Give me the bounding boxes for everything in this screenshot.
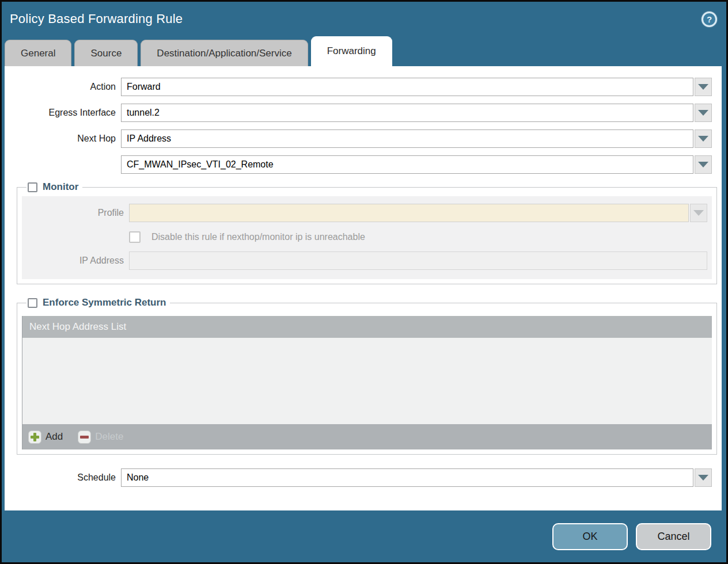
next-hop-label: Next Hop	[5, 134, 121, 144]
next-hop-address-dropdown-button[interactable]	[695, 155, 712, 174]
egress-interface-value[interactable]: tunnel.2	[121, 104, 693, 122]
delete-button: Delete	[78, 430, 123, 444]
egress-interface-label: Egress Interface	[5, 108, 121, 118]
monitor-ip-address-input	[129, 251, 707, 270]
titlebar: Policy Based Forwarding Rule ?	[2, 2, 726, 36]
enforce-symmetric-return-checkbox[interactable]	[28, 298, 37, 308]
enforce-symmetric-return-legend-label: Enforce Symmetric Return	[43, 297, 166, 308]
profile-label: Profile	[22, 208, 129, 218]
next-hop-address-row: CF_MWAN_IPsec_VTI_02_Remote	[5, 155, 722, 174]
egress-interface-dropdown[interactable]: tunnel.2	[121, 104, 712, 122]
next-hop-row: Next Hop IP Address	[5, 129, 722, 148]
egress-interface-row: Egress Interface tunnel.2	[5, 104, 722, 122]
help-icon[interactable]: ?	[702, 12, 717, 27]
chevron-down-icon	[698, 475, 708, 481]
action-value[interactable]: Forward	[121, 78, 693, 96]
schedule-dropdown-button[interactable]	[695, 468, 712, 487]
enforce-symmetric-return-legend: Enforce Symmetric Return	[26, 297, 170, 308]
egress-interface-dropdown-button[interactable]	[695, 104, 712, 122]
action-label: Action	[5, 82, 121, 92]
tab-source[interactable]: Source	[74, 40, 138, 66]
schedule-label: Schedule	[5, 472, 121, 483]
enforce-symmetric-return-fieldset: Enforce Symmetric Return Next Hop Addres…	[17, 297, 717, 455]
next-hop-address-list-body[interactable]	[22, 338, 712, 424]
profile-row: Profile	[22, 204, 712, 222]
chevron-down-icon	[698, 162, 708, 167]
next-hop-address-value[interactable]: CF_MWAN_IPsec_VTI_02_Remote	[121, 155, 693, 174]
action-dropdown-button[interactable]	[695, 78, 712, 96]
next-hop-type-dropdown-button[interactable]	[695, 129, 712, 148]
tab-general[interactable]: General	[5, 40, 71, 66]
profile-dropdown	[129, 204, 707, 222]
monitor-legend-label: Monitor	[43, 181, 78, 193]
profile-dropdown-button	[690, 204, 707, 222]
dialog-title: Policy Based Forwarding Rule	[10, 12, 183, 26]
dialog-footer: OK Cancel	[2, 510, 726, 562]
chevron-down-icon	[698, 110, 708, 116]
disable-rule-checkbox	[129, 231, 141, 243]
tab-destination-application-service[interactable]: Destination/Application/Service	[141, 40, 308, 66]
plus-icon	[28, 430, 41, 444]
action-dropdown[interactable]: Forward	[121, 78, 712, 96]
cancel-button[interactable]: Cancel	[636, 523, 711, 550]
forwarding-tab-panel: Action Forward Egress Interface tunnel.2…	[5, 66, 722, 510]
monitor-fieldset: Monitor Profile Disable this rule if nex…	[17, 181, 717, 284]
profile-value	[129, 204, 689, 222]
next-hop-address-list-header: Next Hop Address List	[22, 316, 712, 338]
next-hop-type-value[interactable]: IP Address	[121, 129, 693, 148]
chevron-down-icon	[693, 210, 704, 216]
monitor-ip-address-row: IP Address	[22, 251, 712, 270]
next-hop-address-list-header-label: Next Hop Address List	[29, 321, 126, 333]
next-hop-address-dropdown[interactable]: CF_MWAN_IPsec_VTI_02_Remote	[121, 155, 712, 174]
action-row: Action Forward	[5, 78, 722, 96]
next-hop-address-list-table: Next Hop Address List Add Delete	[22, 316, 712, 449]
schedule-row: Schedule None	[5, 468, 722, 487]
disable-rule-row: Disable this rule if nexthop/monitor ip …	[129, 229, 712, 245]
chevron-down-icon	[698, 84, 708, 90]
add-button-label: Add	[46, 431, 63, 443]
monitor-checkbox[interactable]	[28, 182, 37, 192]
tab-forwarding[interactable]: Forwarding	[311, 36, 392, 66]
monitor-ip-address-label: IP Address	[22, 256, 129, 266]
tab-bar: General Source Destination/Application/S…	[2, 36, 726, 66]
monitor-panel: Profile Disable this rule if nexthop/mon…	[22, 196, 712, 279]
monitor-legend: Monitor	[26, 181, 82, 193]
delete-button-label: Delete	[95, 431, 123, 443]
schedule-dropdown[interactable]: None	[121, 468, 712, 487]
ok-button[interactable]: OK	[552, 523, 628, 550]
schedule-value[interactable]: None	[121, 468, 693, 487]
add-button[interactable]: Add	[28, 430, 63, 444]
disable-rule-label: Disable this rule if nexthop/monitor ip …	[151, 232, 365, 242]
minus-icon	[78, 430, 91, 444]
next-hop-type-dropdown[interactable]: IP Address	[121, 129, 712, 148]
policy-based-forwarding-rule-dialog: Policy Based Forwarding Rule ? General S…	[0, 0, 728, 564]
chevron-down-icon	[698, 136, 708, 142]
next-hop-address-list-toolbar: Add Delete	[22, 424, 712, 449]
